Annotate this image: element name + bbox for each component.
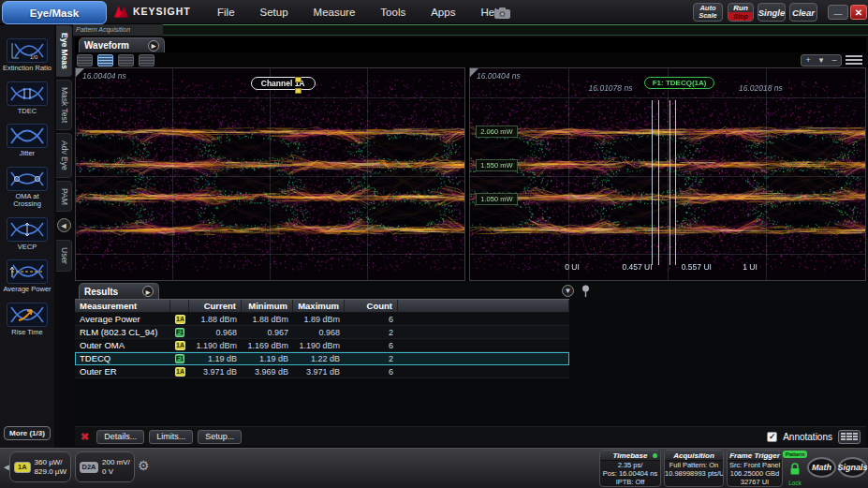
eye-diagram-channel-1a[interactable] bbox=[76, 68, 464, 280]
lock-label: Lock bbox=[788, 480, 802, 486]
channel-1a-panel[interactable]: 1A 360 µW/829.0 µW bbox=[9, 451, 71, 482]
tdecq-window-line[interactable] bbox=[658, 100, 659, 265]
frame-trigger-title: Frame Trigger bbox=[729, 451, 780, 460]
sidebar-item-extinction-ratio[interactable]: 1/0 Extinction Ratio bbox=[0, 38, 54, 73]
row-max: 0.968 bbox=[293, 326, 345, 338]
screenshot-camera-icon[interactable] bbox=[494, 6, 510, 22]
frame-trigger-src: Src: Front Panel bbox=[728, 461, 782, 469]
pin-icon[interactable] bbox=[581, 285, 590, 297]
zoom-out-icon[interactable]: – bbox=[831, 55, 836, 65]
timebase-status-dot bbox=[653, 453, 657, 458]
tdecq-function-badge[interactable]: F1: TDECQ(1A) bbox=[644, 77, 715, 89]
eye-pane-channel[interactable]: 16.00404 ns Channel 1A bbox=[75, 67, 465, 281]
row-count: 6 bbox=[345, 365, 398, 377]
marker-handle-icon[interactable] bbox=[295, 88, 302, 94]
sidebar-item-vecp[interactable]: VECP bbox=[0, 217, 54, 252]
eye-mask-mode-button[interactable]: Eye/Mask bbox=[2, 1, 107, 24]
sidebar-label: Rise Time bbox=[11, 329, 42, 337]
menu-file[interactable]: File bbox=[217, 7, 235, 18]
channel-1a-badge: 1A bbox=[14, 462, 31, 473]
tab-adv-eye[interactable]: Adv Eye bbox=[56, 133, 72, 178]
row-current: 1.88 dBm bbox=[189, 313, 242, 325]
row-name: RLM (802.3 CL_94) bbox=[75, 326, 170, 338]
clear-button[interactable]: Clear bbox=[789, 3, 817, 22]
results-tab-label: Results bbox=[84, 287, 118, 297]
row-count: 2 bbox=[345, 352, 398, 364]
waveform-tab-menu-icon[interactable]: ▶ bbox=[148, 40, 159, 52]
sidebar-item-tdec[interactable]: TDEC bbox=[0, 81, 54, 116]
category-tabs: Eye Meas Mask Test Adv Eye PAM ◄ User bbox=[54, 25, 73, 448]
signals-button[interactable]: Signals bbox=[838, 457, 867, 478]
close-button[interactable]: ✕ bbox=[850, 5, 867, 20]
sidebar-item-average-power[interactable]: Average Power bbox=[0, 259, 54, 294]
row-name: Outer ER bbox=[75, 365, 170, 377]
limits-button[interactable]: Limits... bbox=[149, 430, 193, 444]
collapse-sidebar-icon[interactable]: ◄ bbox=[57, 218, 71, 232]
row-max: 1.22 dB bbox=[293, 352, 345, 364]
acquisition-pattern: Full Pattern: On bbox=[665, 461, 723, 469]
minimize-button[interactable]: — bbox=[828, 5, 848, 20]
collapse-results-icon[interactable]: ▼ bbox=[562, 285, 574, 297]
frame-trigger-ui: 32767 UI bbox=[728, 478, 782, 486]
display-menu-icon[interactable] bbox=[846, 54, 862, 67]
menu-tools[interactable]: Tools bbox=[380, 7, 405, 18]
layout-rows-icon[interactable] bbox=[118, 54, 134, 67]
row-name: Outer OMA bbox=[75, 339, 170, 351]
grid-view-icon[interactable] bbox=[838, 430, 861, 444]
more-measurements-button[interactable]: More (1/3) bbox=[4, 426, 51, 440]
details-button[interactable]: Details... bbox=[96, 430, 144, 444]
tdecq-window-line[interactable] bbox=[675, 100, 676, 265]
gear-icon[interactable]: ⚙ bbox=[138, 458, 150, 473]
menu-setup[interactable]: Setup bbox=[260, 7, 288, 18]
setup-button[interactable]: Setup... bbox=[198, 430, 242, 444]
timebase-panel[interactable]: Timebase 2.35 ps/ Pos: 16.00404 ns IPTB:… bbox=[599, 450, 661, 487]
acquisition-panel[interactable]: Acquisition Full Pattern: On 10.98998993… bbox=[664, 450, 724, 487]
eye-diagram-tdecq[interactable] bbox=[470, 68, 865, 280]
results-tab[interactable]: Results ▶ bbox=[79, 283, 159, 299]
pattern-signal-overview[interactable] bbox=[163, 24, 868, 36]
zoom-in-icon[interactable]: + bbox=[806, 55, 811, 65]
frame-trigger-panel[interactable]: Frame Trigger Src: Front Panel 106.25000… bbox=[727, 450, 783, 487]
marker-handle-icon[interactable] bbox=[295, 77, 302, 82]
sidebar-label: Extinction Ratio bbox=[3, 65, 51, 73]
tab-user[interactable]: User bbox=[56, 240, 72, 272]
tdecq-window-line[interactable] bbox=[669, 100, 670, 265]
tab-mask-test[interactable]: Mask Test bbox=[56, 80, 72, 130]
menu-measure[interactable]: Measure bbox=[314, 7, 356, 18]
results-tab-menu-icon[interactable]: ▶ bbox=[142, 286, 154, 297]
vecp-icon bbox=[7, 217, 48, 242]
annotations-checkbox[interactable]: ✓ bbox=[767, 432, 777, 442]
layout-split-icon[interactable] bbox=[97, 54, 113, 67]
single-button[interactable]: Single bbox=[758, 3, 786, 22]
menu-apps[interactable]: Apps bbox=[431, 7, 455, 18]
tdecq-window-line[interactable] bbox=[652, 100, 653, 265]
table-row-outer-er[interactable]: Outer ER 1A 3.971 dB 3.969 dB 3.971 dB 6 bbox=[75, 365, 569, 378]
tab-pam[interactable]: PAM bbox=[56, 181, 72, 213]
channel-offset: 0 V bbox=[102, 467, 113, 476]
math-button[interactable]: Math bbox=[807, 457, 836, 478]
run-stop-button[interactable]: Run Stop bbox=[728, 3, 754, 22]
table-row-rlm[interactable]: RLM (802.3 CL_94) F1 0.968 0.967 0.968 2 bbox=[75, 326, 569, 339]
layout-single-icon[interactable] bbox=[77, 54, 93, 67]
sidebar-item-rise-time[interactable]: Rise Time bbox=[0, 303, 54, 337]
sidebar-item-oma-at-crossing[interactable]: OMA at Crossing bbox=[0, 167, 54, 209]
remove-measurement-icon[interactable]: ✖ bbox=[81, 431, 89, 443]
threshold-level-1: 2.060 mW bbox=[476, 126, 517, 138]
zoom-control[interactable]: +▾– bbox=[801, 54, 842, 67]
row-current: 1.190 dBm bbox=[189, 339, 242, 351]
table-row-tdecq[interactable]: TDECQ F1 1.19 dB 1.19 dB 1.22 dB 2 bbox=[75, 352, 569, 365]
row-current: 1.19 dB bbox=[189, 352, 242, 364]
table-row-average-power[interactable]: Average Power 1A 1.88 dBm 1.88 dBm 1.89 … bbox=[75, 313, 569, 326]
channel-d2a-panel[interactable]: D2A 200 mV/0 V bbox=[75, 451, 135, 482]
tab-eye-meas[interactable]: Eye Meas bbox=[56, 25, 72, 77]
lock-icon bbox=[789, 463, 801, 475]
auto-scale-button[interactable]: Auto Scale bbox=[693, 3, 723, 22]
eye-pane-tdecq[interactable]: 16.00404 ns 16.01078 ns F1: TDECQ(1A) 16… bbox=[469, 67, 866, 281]
zoom-marker-icon[interactable]: ▾ bbox=[819, 55, 824, 65]
channel-1a-badge[interactable]: Channel 1A bbox=[251, 77, 316, 90]
waveform-tab[interactable]: Waveform ▶ bbox=[79, 37, 165, 52]
layout-grid-icon[interactable] bbox=[139, 54, 154, 67]
table-row-outer-oma[interactable]: Outer OMA 1A 1.190 dBm 1.169 dBm 1.190 d… bbox=[75, 339, 569, 352]
timebase-annotation: 16.00404 ns bbox=[82, 71, 126, 81]
sidebar-item-jitter[interactable]: Jitter bbox=[0, 124, 54, 158]
